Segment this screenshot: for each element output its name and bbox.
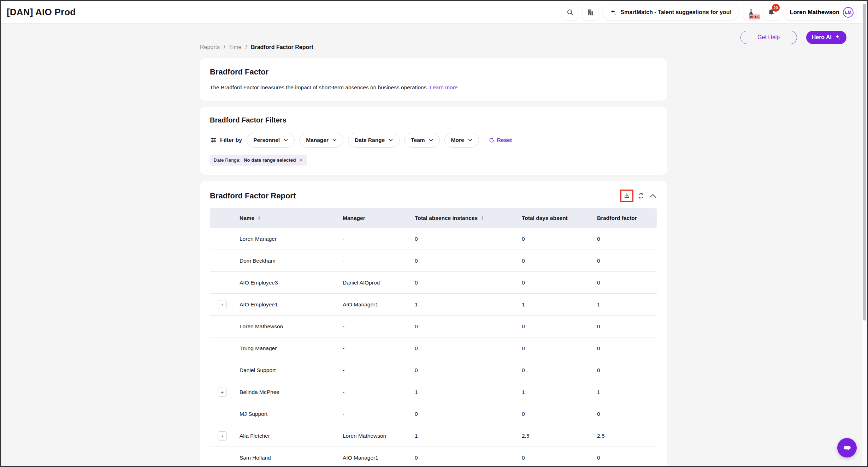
- cell-name: Trung Manager: [235, 345, 338, 352]
- annotation-box: [620, 190, 633, 202]
- active-filters: Date Range: No date range selected ✕: [210, 155, 657, 166]
- learn-more-link[interactable]: Learn more: [430, 84, 457, 90]
- sparkle-icon: [610, 9, 617, 16]
- cell-total-absence-instances: 0: [410, 236, 517, 242]
- company-button[interactable]: [583, 5, 598, 20]
- cell-name: AIO Employee1: [235, 301, 338, 308]
- notification-count-badge: 20: [772, 4, 780, 12]
- cell-total-days-absent: 0: [517, 345, 592, 352]
- expand-button[interactable]: +: [218, 388, 227, 397]
- cell-bradford-factor: 0: [592, 236, 657, 242]
- reset-filters-button[interactable]: Reset: [486, 137, 514, 144]
- cell-bradford-factor: 0: [592, 367, 657, 373]
- cell-manager: AIO Manager1: [338, 301, 410, 308]
- cell-total-absence-instances: 1: [410, 433, 517, 439]
- cell-manager: -: [338, 258, 410, 264]
- filter-dropdown[interactable]: Manager: [299, 133, 343, 148]
- page-actions: Get Help Hero AI: [740, 31, 846, 44]
- cell-expander: +: [210, 344, 235, 353]
- cell-bradford-factor: 0: [592, 455, 657, 461]
- chip-prefix: Date Range:: [214, 157, 241, 163]
- cell-total-absence-instances: 0: [410, 345, 517, 352]
- breadcrumb: Reports / Time / Bradford Factor Report: [200, 44, 667, 50]
- notifications-button[interactable]: 20: [763, 5, 779, 20]
- get-help-button[interactable]: Get Help: [740, 31, 797, 44]
- cell-expander: +: [210, 366, 235, 375]
- column-header-name[interactable]: Name ▲▼: [235, 215, 338, 221]
- chevron-down-icon: [389, 139, 393, 142]
- cell-total-days-absent: 0: [517, 455, 592, 461]
- date-range-chip: Date Range: No date range selected ✕: [210, 155, 307, 166]
- close-icon[interactable]: ✕: [299, 157, 303, 163]
- table-row: + Daniel Support - 0 0 0: [210, 359, 657, 381]
- column-header-total-absence-instances[interactable]: Total absence instances ▲▼: [410, 215, 517, 221]
- avatar: LM: [843, 7, 854, 18]
- smartmatch-label: SmartMatch - Talent suggestions for you!: [620, 9, 731, 16]
- chevron-down-icon: [332, 139, 337, 142]
- top-bar-actions: SmartMatch - Talent suggestions for you!…: [562, 5, 856, 20]
- report-header: Bradford Factor Report: [210, 190, 657, 202]
- breadcrumb-separator: /: [224, 44, 225, 50]
- beta-labs-button[interactable]: BETA: [743, 5, 759, 20]
- cell-name: MJ Support: [235, 411, 338, 417]
- download-icon: [623, 192, 631, 199]
- chat-launcher-button[interactable]: [837, 438, 857, 457]
- sort-icon[interactable]: ▲▼: [258, 216, 261, 221]
- smartmatch-button[interactable]: SmartMatch - Talent suggestions for you!: [603, 5, 738, 20]
- report-table: Name ▲▼ Manager Total absence instances …: [210, 208, 657, 467]
- dropdown-label: Date Range: [355, 137, 385, 143]
- download-button[interactable]: [622, 191, 631, 200]
- table-body: + Loren Manager - 0 0 0 + Dom Beckham - …: [210, 228, 657, 467]
- cell-bradford-factor: 1: [592, 389, 657, 395]
- expand-button[interactable]: +: [218, 431, 227, 441]
- cell-name: Sam Holland: [235, 455, 338, 461]
- cell-total-absence-instances: 1: [410, 389, 517, 395]
- expand-button[interactable]: +: [218, 300, 227, 309]
- sort-icon[interactable]: ▲▼: [481, 216, 484, 221]
- user-menu[interactable]: Loren Mathewson LM: [784, 5, 856, 20]
- main-content: Reports / Time / Bradford Factor Report …: [200, 44, 667, 467]
- cell-total-absence-instances: 0: [410, 411, 517, 417]
- sparkle-icon: [834, 34, 841, 41]
- cell-total-days-absent: 1: [517, 389, 592, 395]
- chip-value: No date range selected: [244, 157, 296, 163]
- report-toolbar: [620, 190, 657, 202]
- refresh-button[interactable]: [637, 191, 645, 200]
- filter-dropdown[interactable]: Date Range: [348, 133, 400, 148]
- hero-ai-label: Hero AI: [812, 34, 832, 41]
- cell-manager: -: [338, 345, 410, 352]
- breadcrumb-reports[interactable]: Reports: [200, 44, 220, 50]
- top-bar: [DAN] AIO Prod SmartMatch - Talent sugge…: [1, 1, 862, 24]
- cell-expander: +: [210, 409, 235, 419]
- cell-expander: +: [210, 431, 235, 441]
- plus-icon: +: [221, 433, 224, 438]
- building-icon: [586, 8, 594, 16]
- cell-name: Belinda McPhee: [235, 389, 338, 395]
- filter-dropdown[interactable]: Personnel: [247, 133, 295, 148]
- cell-total-absence-instances: 0: [410, 323, 517, 330]
- search-button[interactable]: [562, 5, 578, 20]
- scrollbar-track: [862, 1, 867, 466]
- filters-card: Bradford Factor Filters Filter by Person…: [200, 107, 667, 175]
- filter-dropdown[interactable]: More: [444, 133, 479, 148]
- table-row: + Trung Manager - 0 0 0: [210, 337, 657, 359]
- filter-dropdown[interactable]: Team: [404, 133, 439, 148]
- reset-icon: [489, 137, 495, 143]
- dropdown-label: Manager: [306, 137, 329, 143]
- filter-icon: [210, 137, 217, 144]
- cell-name: Loren Manager: [235, 236, 338, 242]
- plus-icon: +: [221, 389, 224, 395]
- hero-ai-button[interactable]: Hero AI: [806, 31, 846, 44]
- table-row: + Dom Beckham - 0 0 0: [210, 250, 657, 272]
- filter-row: Filter by Personnel Manager Date Range T…: [210, 133, 657, 148]
- cell-total-absence-instances: 0: [410, 280, 517, 286]
- cell-bradford-factor: 0: [592, 345, 657, 352]
- cell-total-days-absent: 0: [517, 411, 592, 417]
- scrollbar-thumb[interactable]: [863, 4, 866, 321]
- breadcrumb-time[interactable]: Time: [229, 44, 241, 50]
- chevron-down-icon: [284, 139, 288, 142]
- collapse-button[interactable]: [649, 193, 657, 199]
- cell-bradford-factor: 0: [592, 323, 657, 330]
- cell-manager: -: [338, 389, 410, 395]
- cell-total-days-absent: 2.5: [517, 433, 592, 439]
